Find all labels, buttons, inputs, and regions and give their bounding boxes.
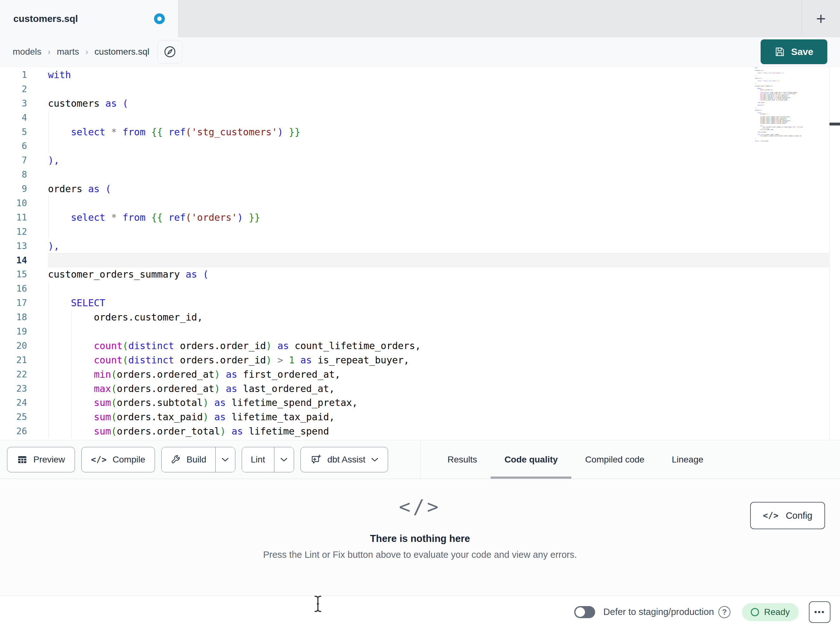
status-ring-icon [751,608,759,616]
indent-guide [48,282,49,296]
navigate-button[interactable] [158,40,182,63]
dbt-assist-button-label: dbt Assist [327,454,366,465]
lint-button[interactable]: Lint [242,447,274,472]
ellipsis-icon: ••• [814,607,825,617]
code-editor[interactable]: 1with23customers as (45 select * from {{… [0,67,840,440]
compile-button[interactable]: </> Compile [81,447,155,472]
line-number: 4 [0,112,27,123]
editor-line[interactable]: 24 sum(orders.subtotal) as lifetime_spen… [0,395,829,410]
line-number: 13 [0,241,27,251]
editor-line[interactable]: 8 [0,168,829,182]
line-number: 21 [0,355,27,365]
config-button[interactable]: </> Config [750,502,825,529]
wrench-icon [171,454,181,465]
editor-line[interactable]: 2 [0,82,829,96]
save-button[interactable]: Save [761,40,827,64]
editor-line[interactable]: 25 sum(orders.tax_paid) as lifetime_tax_… [0,410,829,424]
line-number: 1 [0,70,27,80]
status-bar: Defer to staging/production ? Ready ••• [0,596,840,628]
compile-button-label: Compile [113,454,145,465]
build-button[interactable]: Build [162,447,215,472]
indent-guide [48,225,49,239]
editor-line[interactable]: 11 select * from {{ ref('orders') }} [0,210,829,225]
editor-line[interactable]: 13), [0,239,829,253]
dbt-assist-button[interactable]: dbt Assist [300,447,388,472]
line-number: 3 [0,98,27,109]
file-tab-customers-sql[interactable]: customers.sql [0,0,178,37]
editor-tab-bar: customers.sql + [0,0,840,37]
line-number: 2 [0,84,27,94]
panel-tab-compiled-code[interactable]: Compiled code [571,440,658,479]
line-number: 17 [0,297,27,308]
line-number: 26 [0,426,27,437]
editor-line[interactable]: 16 [0,282,829,296]
editor-scrollbar[interactable] [829,67,840,440]
line-number: 14 [0,255,27,266]
line-number: 24 [0,397,27,408]
indent-guide [48,139,49,153]
editor-minimap[interactable]: withcustomers as ( select * from {{ ref(… [755,67,829,143]
editor-line[interactable]: 3customers as ( [0,96,829,111]
editor-line[interactable]: 18 orders.customer_id, [0,310,829,324]
panel-tab-results[interactable]: Results [434,440,491,479]
scrollbar-marker [829,123,840,125]
breadcrumb-item[interactable]: models [13,47,41,57]
config-button-label: Config [786,511,812,521]
file-tab-title: customers.sql [13,13,78,24]
editor-line[interactable]: 4 [0,111,829,125]
chevron-down-icon [280,457,287,462]
defer-toggle[interactable] [574,606,595,618]
overflow-menu-button[interactable]: ••• [809,601,831,623]
code-icon: </> [763,511,779,520]
panel-tab-code-quality[interactable]: Code quality [491,440,571,479]
editor-line[interactable]: 12 [0,225,829,239]
build-dropdown-button[interactable] [215,447,235,472]
editor-line[interactable]: 5 select * from {{ ref('stg_customers') … [0,125,829,139]
editor-line[interactable]: 20 count(distinct orders.order_id) as co… [0,339,829,353]
indent-guide [48,196,49,210]
chevron-down-icon [371,457,378,462]
chevron-down-icon [222,457,229,462]
line-number: 19 [0,326,27,337]
editor-line[interactable]: 23 max(orders.ordered_at) as last_ordere… [0,381,829,396]
line-number: 5 [0,127,27,137]
save-icon [775,47,785,57]
status-badge-label: Ready [764,607,790,617]
editor-line[interactable]: 9orders as ( [0,182,829,196]
editor-line[interactable]: 7), [0,153,829,168]
editor-line[interactable]: 17 SELECT [0,296,829,310]
editor-line[interactable]: 21 count(distinct orders.order_id) > 1 a… [0,353,829,367]
build-split-button: Build [161,447,235,472]
editor-line[interactable]: 26 sum(orders.order_total) as lifetime_s… [0,424,829,438]
empty-state-description: Press the Lint or Fix button above to ev… [263,549,577,560]
indent-guide [48,324,49,339]
new-tab-button[interactable]: + [816,11,826,27]
breadcrumb-item[interactable]: marts [57,47,79,57]
defer-label: Defer to staging/production [603,607,714,617]
lint-dropdown-button[interactable] [274,447,294,472]
breadcrumb: models›marts›customers.sql [13,47,149,57]
line-number: 6 [0,141,27,151]
empty-state-title: There is nothing here [263,533,577,544]
editor-line[interactable]: 22 min(orders.ordered_at) as first_order… [0,367,829,381]
lint-split-button: Lint [242,447,294,472]
new-tab-zone: + [802,0,840,37]
line-number: 15 [0,269,27,280]
panel-tabs: ResultsCode qualityCompiled codeLineage [420,440,840,479]
editor-line[interactable]: 15customer_orders_summary as ( [0,267,829,282]
assist-chat-sparkle-icon [310,454,322,465]
editor-line[interactable]: 6 [0,139,829,153]
indent-guide [48,111,49,125]
preview-button[interactable]: Preview [7,447,75,472]
editor-line[interactable]: 10 [0,196,829,210]
text-cursor-pointer [313,595,323,613]
help-icon[interactable]: ? [718,606,730,618]
code-brackets-icon: </> [263,495,577,518]
line-number: 16 [0,283,27,294]
breadcrumb-item[interactable]: customers.sql [95,47,150,57]
panel-tab-lineage[interactable]: Lineage [658,440,717,479]
editor-line[interactable]: 14 [0,253,829,267]
editor-line[interactable]: 1with [0,68,829,82]
line-number: 10 [0,198,27,208]
editor-line[interactable]: 19 [0,324,829,339]
